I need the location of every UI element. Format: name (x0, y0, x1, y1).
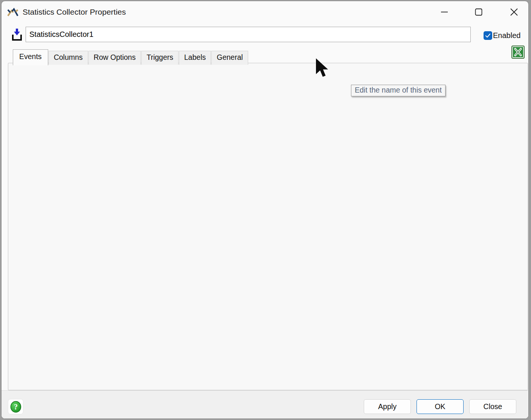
ok-button[interactable]: OK (417, 399, 464, 414)
mouse-cursor-icon (315, 58, 334, 78)
window-title: Statistics Collector Properties (23, 8, 126, 17)
object-name-input[interactable]: StatisticsCollector1 (26, 27, 471, 42)
close-icon (510, 8, 519, 17)
close-button-footer[interactable]: Close (469, 399, 516, 414)
checkbox-check-icon (484, 31, 492, 40)
minimize-icon (440, 8, 449, 16)
footer-bar: ? Apply OK Close (2, 390, 528, 419)
flexsim-logo-icon (7, 8, 18, 17)
help-icon: ? (10, 401, 22, 413)
tab-bar: Events Columns Row Options Triggers Labe… (13, 49, 249, 65)
title-bar: Statistics Collector Properties (2, 1, 528, 23)
tooltip: Edit the name of this event (351, 85, 446, 96)
minimize-button[interactable] (435, 4, 453, 20)
maximize-button[interactable] (470, 4, 488, 20)
events-tab-page (8, 63, 528, 390)
help-button[interactable]: ? (8, 399, 23, 414)
tab-events[interactable]: Events (13, 49, 48, 65)
apply-button[interactable]: Apply (364, 399, 411, 414)
tab-triggers[interactable]: Triggers (141, 51, 179, 65)
drop-into-icon (11, 28, 23, 41)
tab-labels[interactable]: Labels (179, 51, 211, 65)
tab-general[interactable]: General (211, 51, 248, 65)
statistics-collector-properties-window: Statistics Collector Properties Statisti… (1, 1, 529, 419)
excel-export-icon[interactable] (511, 46, 525, 59)
maximize-icon (475, 8, 483, 16)
tab-columns[interactable]: Columns (49, 51, 88, 65)
svg-text:?: ? (14, 403, 18, 411)
enabled-label: Enabled (493, 31, 520, 40)
enabled-checkbox[interactable]: Enabled (484, 31, 520, 40)
tab-row-options[interactable]: Row Options (88, 51, 141, 65)
close-button[interactable] (505, 4, 523, 20)
